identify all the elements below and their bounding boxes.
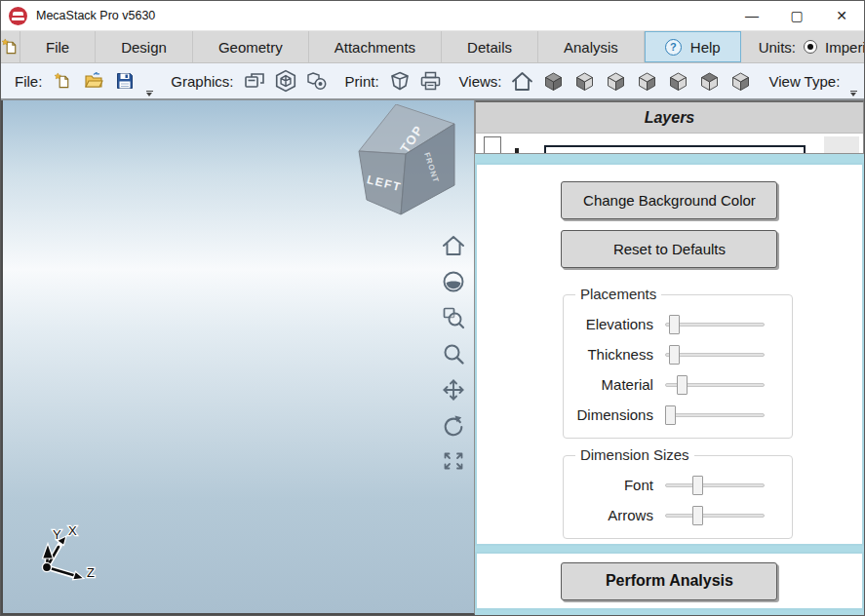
slider-row-material: Material: [564, 369, 792, 400]
reset-to-defaults-button[interactable]: Reset to Defaults: [561, 230, 777, 268]
perform-analysis-button[interactable]: Perform Analysis: [561, 562, 777, 600]
toolbar-group-graphics: Graphics:: [163, 63, 336, 98]
menu-tabs: FileDesignGeometryAttachmentsDetailsAnal…: [20, 31, 741, 62]
menu-tab-analysis[interactable]: Analysis: [538, 31, 645, 62]
slider-row-elevations: Elevations: [564, 309, 792, 339]
view-cube-back-icon[interactable]: [665, 68, 690, 94]
viewport-3d[interactable]: TOP LEFT FRONT X Y Z: [1, 100, 475, 615]
material-slider[interactable]: [665, 375, 765, 395]
menu-tab-label: Analysis: [564, 39, 618, 56]
elevations-slider[interactable]: [665, 315, 765, 334]
analysis-panel: Perform Analysis: [475, 552, 864, 610]
app-logo-icon: [9, 7, 27, 25]
layer-visibility-checkbox[interactable]: [484, 136, 501, 153]
group-placements: PlacementsElevationsThicknessMaterialDim…: [563, 294, 793, 439]
toolbar-overflow-arrow[interactable]: [847, 75, 859, 96]
menu-tab-details[interactable]: Details: [442, 31, 538, 62]
view-cube-bottom-icon[interactable]: [727, 68, 753, 94]
app-window: { "window": { "title": "MecaStack Pro v5…: [0, 0, 865, 616]
graphics-window-icon[interactable]: [242, 68, 267, 94]
window-controls: — ▢ ✕: [729, 1, 864, 30]
menu-tab-label: Geometry: [218, 39, 283, 56]
toolbar-group-views: Views:: [452, 63, 762, 98]
menu-tab-help[interactable]: ?Help: [645, 31, 741, 62]
view-cube-top-icon[interactable]: [696, 68, 722, 94]
home-tool-icon[interactable]: [439, 232, 468, 259]
slider-track[interactable]: [665, 483, 765, 487]
font-slider[interactable]: [665, 476, 765, 495]
slider-row-font: Font: [564, 470, 792, 500]
toolbar-group-label: Views:: [459, 73, 502, 90]
layer-color-combobox[interactable]: [544, 145, 806, 153]
viewport-nav-tools: [439, 232, 468, 474]
arrows-slider[interactable]: [665, 506, 765, 525]
navigation-cube[interactable]: TOP LEFT FRONT: [357, 104, 458, 225]
hidden-line-view-icon[interactable]: [304, 68, 330, 94]
menu-tab-label: Help: [690, 39, 721, 56]
menu-tab-label: File: [46, 39, 69, 56]
display-settings-panel: Change Background Color Reset to Default…: [475, 163, 864, 546]
rotate-tool-icon[interactable]: [439, 412, 468, 440]
slider-track[interactable]: [665, 323, 765, 327]
quick-new-icon[interactable]: [1, 31, 20, 62]
new-file-icon[interactable]: [50, 68, 75, 94]
slider-thumb[interactable]: [692, 476, 703, 495]
slider-thumb[interactable]: [665, 405, 676, 425]
menu-tab-geometry[interactable]: Geometry: [193, 31, 309, 62]
view-cube-left-icon[interactable]: [571, 68, 597, 94]
toolbar-group-label: Print:: [345, 73, 379, 90]
axes-triad: X Y Z: [32, 521, 110, 595]
print-3d-view-icon[interactable]: [387, 68, 413, 94]
zoom-window-tool-icon[interactable]: [439, 304, 468, 331]
printer-icon[interactable]: [418, 68, 444, 94]
render-settings-icon[interactable]: [273, 68, 298, 94]
minimize-button[interactable]: —: [729, 1, 774, 30]
open-file-icon[interactable]: [81, 68, 106, 94]
toolbar-overflow-arrow[interactable]: [143, 75, 155, 96]
dimensions-slider[interactable]: [665, 405, 765, 425]
slider-label: Font: [564, 477, 665, 493]
slider-row-arrows: Arrows: [564, 500, 792, 530]
slider-thumb[interactable]: [669, 345, 680, 365]
toolbar-group-print: Print:: [337, 63, 452, 98]
slider-label: Arrows: [564, 507, 665, 523]
units-radio-imperial[interactable]: [804, 40, 817, 54]
slider-track[interactable]: [665, 514, 765, 518]
zoom-tool-icon[interactable]: [439, 340, 468, 367]
slider-groups: PlacementsElevationsThicknessMaterialDim…: [477, 294, 862, 539]
maximize-button[interactable]: ▢: [774, 1, 819, 30]
menu-tab-attachments[interactable]: Attachments: [309, 31, 442, 62]
home-view-icon[interactable]: [509, 68, 534, 94]
slider-track[interactable]: [665, 353, 765, 357]
titlebar: MecaStack Pro v5630 — ▢ ✕: [1, 1, 864, 31]
axis-x-label: X: [68, 523, 77, 538]
slider-label: Dimensions: [564, 406, 665, 423]
slider-thumb[interactable]: [669, 315, 680, 334]
change-background-color-button[interactable]: Change Background Color: [561, 181, 777, 219]
layers-scrollbar[interactable]: [824, 136, 859, 153]
close-button[interactable]: ✕: [819, 1, 864, 30]
slider-thumb[interactable]: [677, 375, 688, 395]
menu-tab-design[interactable]: Design: [96, 31, 193, 62]
layers-panel: Layers: [475, 100, 864, 154]
orbit-tool-icon[interactable]: [439, 268, 468, 295]
layers-panel-title: Layers: [476, 102, 863, 134]
toolbar-group-label: View Type:: [768, 73, 840, 90]
menu-tab-file[interactable]: File: [20, 31, 96, 62]
group-dimension-sizes: Dimension SizesFontArrows: [563, 455, 793, 539]
layers-list-row: [476, 134, 863, 153]
fit-view-tool-icon[interactable]: [439, 448, 468, 474]
toolbar-group-label: File:: [15, 73, 42, 90]
slider-track[interactable]: [665, 413, 765, 417]
slider-thumb[interactable]: [692, 506, 703, 525]
axis-y-label: Y: [53, 527, 61, 542]
view-cube-front-icon[interactable]: [603, 68, 628, 94]
slider-label: Elevations: [564, 316, 665, 332]
view-cube-iso-icon[interactable]: [540, 68, 566, 94]
view-cube-right-icon[interactable]: [634, 68, 659, 94]
save-file-icon[interactable]: [112, 68, 138, 94]
panel-bottom-strip: [475, 610, 864, 615]
units-group: Units: ImperialM: [759, 31, 865, 62]
pan-tool-icon[interactable]: [439, 376, 468, 404]
thickness-slider[interactable]: [665, 345, 765, 365]
